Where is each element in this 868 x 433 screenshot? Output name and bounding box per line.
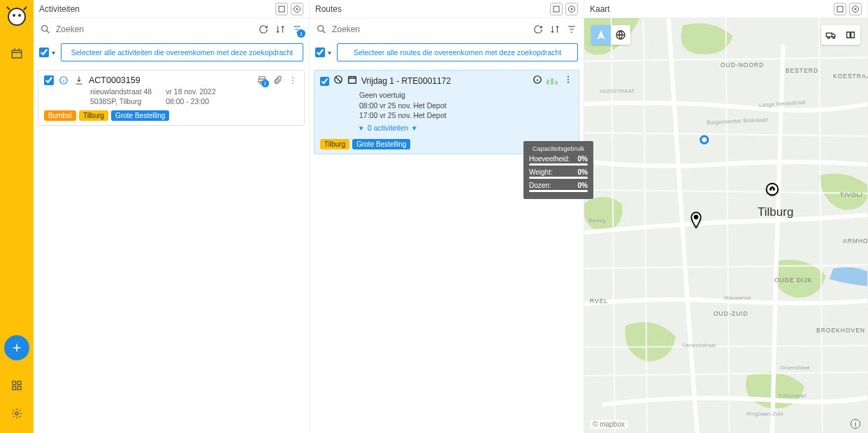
map-panel: Kaart [584,0,868,433]
activities-title: Activiteiten [39,4,273,14]
svg-point-0 [8,8,25,25]
route-expand-label: 0 activiteiten [368,124,408,132]
calendar-icon[interactable] [347,75,357,87]
select-all-activities-button[interactable]: Selecteer alle activiteiten die overeenk… [61,43,303,61]
svg-rect-9 [279,6,284,12]
tag-tilburg: Tilburg [320,139,349,149]
gear-icon[interactable] [6,402,28,425]
map-truck-icon[interactable] [821,25,841,45]
print-icon[interactable]: 1 [256,75,268,86]
svg-rect-25 [547,80,549,85]
svg-point-35 [767,184,779,196]
search-icon [315,23,328,36]
more-icon[interactable] [563,75,573,87]
close-panel-icon[interactable] [849,3,862,15]
svg-point-17 [292,80,294,81]
tooltip-title: Capaciteitsgebruik [529,145,588,152]
more-icon[interactable] [287,75,298,86]
close-panel-icon[interactable] [565,3,578,15]
svg-rect-26 [551,78,554,85]
map-layers-icon[interactable] [841,25,860,45]
svg-rect-23 [349,77,356,83]
block-icon[interactable] [333,75,343,87]
activity-date: vr 18 nov. 2022 [166,87,216,97]
sort-icon[interactable] [274,23,287,36]
svg-point-28 [567,76,569,78]
svg-rect-6 [13,386,16,390]
grid-icon[interactable] [6,374,28,397]
select-all-routes-checkbox[interactable] [315,47,325,57]
tag-grote-bestelling: Grote Bestelling [352,139,410,149]
sidebar-item-planning[interactable] [6,42,28,64]
route-line1: 08:00 vr 25 nov. Het Depot [359,101,573,111]
svg-point-21 [318,26,324,31]
map-globe-icon[interactable] [611,25,630,45]
svg-rect-4 [13,381,16,385]
bumbal-logo-icon [6,6,28,28]
chevron-down-icon[interactable]: ▾ [328,49,331,57]
svg-point-36 [695,215,698,219]
routes-title: Routes [315,4,547,14]
sidebar [0,0,34,433]
route-title: Vrijdag 1 - RTE0001172 [361,76,528,86]
capacity-icon[interactable] [547,75,559,87]
activity-checkbox[interactable] [44,75,54,85]
add-button[interactable] [4,335,29,360]
tag-bumbal: Bumbal [44,110,76,121]
activity-address-line1: nieuwlandstraat 48 [90,87,152,97]
tag-grote-bestelling: Grote Bestelling [111,110,169,121]
activity-address-line2: 5038SP, Tilburg [90,97,152,107]
tag-tilburg: Tilburg [79,110,108,121]
svg-rect-19 [554,6,559,12]
download-icon[interactable] [73,75,85,86]
route-expand[interactable]: ▾ 0 activiteiten ▾ [320,121,573,135]
route-line2: 17:00 vr 25 nov. Het Depot [359,110,573,121]
expand-panel-icon[interactable] [275,3,288,15]
expand-panel-icon[interactable] [834,3,846,15]
svg-point-34 [701,136,708,143]
filter-icon[interactable] [565,23,578,36]
info-icon[interactable] [58,75,69,86]
activity-card[interactable]: ACT0003159 1 [38,70,305,126]
activities-panel: Activiteiten [34,0,310,433]
sort-icon[interactable] [549,23,561,36]
map-marker-home-icon[interactable] [765,182,780,200]
svg-point-16 [292,77,294,78]
info-icon[interactable] [533,75,542,87]
search-icon [39,23,52,36]
svg-point-8 [15,412,18,415]
svg-rect-7 [17,386,21,390]
map-canvas[interactable]: Tilburg OUD-NOORD BESTERD KOESTRAAT TIVO… [584,18,867,433]
route-no-vehicle: Geen voertuig [359,90,573,101]
route-checkbox[interactable] [320,77,329,86]
map-controls-right [821,25,860,45]
svg-point-39 [827,37,830,39]
svg-point-11 [42,26,48,31]
map-marker-pin-icon[interactable] [689,211,703,232]
svg-point-30 [567,82,569,83]
routes-panel: Routes [310,0,584,433]
close-panel-icon[interactable] [291,3,303,15]
svg-point-18 [292,82,294,84]
activity-id: ACT0003159 [89,75,252,85]
refresh-icon[interactable] [257,23,270,36]
map-attribution: © mapbox [590,420,628,429]
map-title: Kaart [590,4,831,14]
svg-rect-3 [12,50,22,58]
svg-point-40 [833,37,835,39]
activities-search-input[interactable] [56,24,253,34]
svg-rect-31 [837,6,843,12]
map-city-label: Tilburg [758,205,793,219]
svg-point-1 [13,14,15,17]
select-all-routes-button[interactable]: Selecteer alle routes die overeenkomen m… [337,43,578,61]
map-info-icon[interactable]: i [851,419,860,429]
chevron-down-icon[interactable]: ▾ [52,49,55,57]
map-nav-icon[interactable] [591,25,611,45]
attachment-icon[interactable] [272,75,283,86]
refresh-icon[interactable] [532,23,544,36]
svg-point-2 [18,14,21,17]
select-all-activities-checkbox[interactable] [39,47,49,57]
routes-search-input[interactable] [332,24,528,34]
filter-icon[interactable]: 1 [291,23,303,36]
expand-panel-icon[interactable] [550,3,563,15]
